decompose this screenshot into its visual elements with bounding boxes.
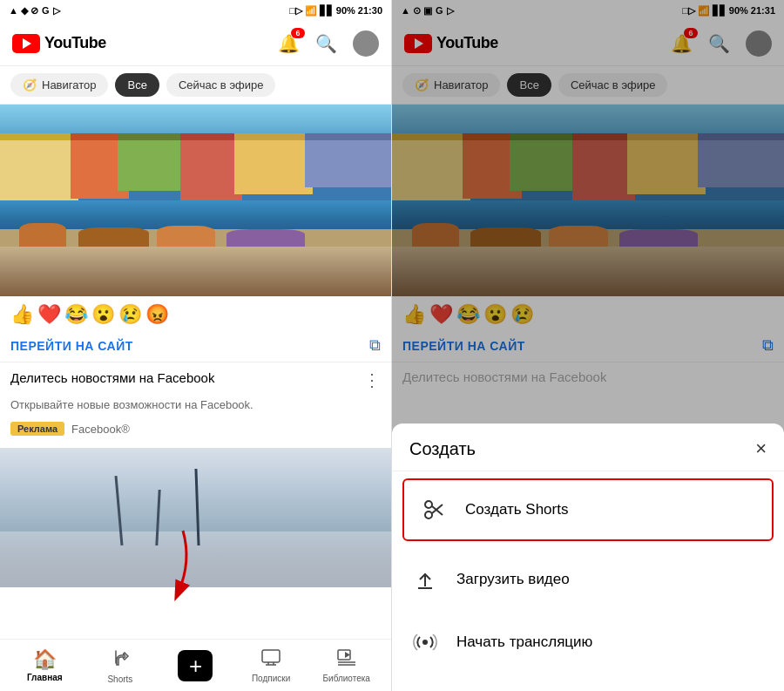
shore bbox=[0, 247, 391, 296]
reaction-sad: 😢 bbox=[118, 303, 142, 326]
video-bg bbox=[0, 448, 391, 587]
ad-info-left: Делитесь новостями на Facebook ⋮ bbox=[0, 362, 391, 397]
status-bar-left: ▲ ◆ ⊘ G ▷ □▷ 📶 ▋▋ 90% 21:30 bbox=[0, 0, 391, 21]
dialog-item-shorts[interactable]: Создать Shorts bbox=[402, 478, 774, 541]
time-left: 21:30 bbox=[358, 5, 382, 16]
svg-point-9 bbox=[425, 501, 432, 508]
reaction-wow: 😮 bbox=[91, 303, 115, 326]
ad-badges-left: Реклама Facebook® bbox=[0, 417, 391, 441]
building-3 bbox=[118, 133, 188, 191]
nav-library-label-left: Библиотека bbox=[322, 674, 369, 683]
media-icon: □▷ bbox=[289, 5, 302, 17]
ad-source-left: Facebook® bbox=[71, 423, 130, 436]
bell-wrapper-left[interactable]: 🔔 6 bbox=[278, 33, 300, 54]
upload-svg bbox=[413, 567, 437, 592]
ad-image-left bbox=[0, 105, 391, 296]
buildings-row bbox=[0, 133, 391, 210]
content-area-left: 👍 ❤️ 😂 😮 😢 😡 ПЕРЕЙТИ НА САЙТ ⧉ Делитесь … bbox=[0, 105, 391, 639]
broadcast-svg bbox=[413, 630, 437, 654]
broadcast-icon bbox=[409, 627, 441, 658]
google-icon: G bbox=[42, 5, 50, 16]
ad-title-left: Делитесь новостями на Facebook bbox=[10, 369, 356, 387]
nav-home-left[interactable]: 🏠 Главная bbox=[18, 648, 71, 682]
signal-icon: ▋▋ bbox=[320, 5, 334, 17]
video-preview-left bbox=[0, 448, 391, 587]
scissors-svg bbox=[422, 498, 446, 522]
dialog-header: Создать × bbox=[392, 423, 784, 471]
shorts-icon-left bbox=[110, 647, 131, 673]
ad-more-icon-left[interactable]: ⋮ bbox=[356, 369, 381, 390]
nav-subscriptions-label-left: Подписки bbox=[252, 674, 290, 683]
header-actions-left: 🔔 6 🔍 bbox=[278, 30, 379, 57]
external-link-icon-left: ⧉ bbox=[369, 336, 381, 355]
ad-card-left: 👍 ❤️ 😂 😮 😢 😡 ПЕРЕЙТИ НА САЙТ ⧉ Делитесь … bbox=[0, 105, 391, 441]
dialog-title: Создать bbox=[409, 439, 476, 459]
compass-icon-left: 🧭 bbox=[23, 78, 37, 91]
nav-add-left[interactable]: + bbox=[169, 650, 221, 681]
nav-library-left[interactable]: Библиотека bbox=[321, 648, 373, 683]
boat-1 bbox=[19, 223, 66, 246]
snow-ground bbox=[0, 532, 391, 587]
library-svg bbox=[336, 648, 357, 667]
svg-point-15 bbox=[422, 640, 428, 645]
nav-shorts-left[interactable]: Shorts bbox=[94, 647, 146, 684]
building-5 bbox=[234, 133, 313, 194]
dialog-shorts-label: Создать Shorts bbox=[465, 501, 568, 518]
add-icon-left[interactable]: + bbox=[178, 650, 213, 681]
reaction-angry: 😡 bbox=[145, 303, 169, 326]
dialog-upload-label: Загрузить видео bbox=[456, 571, 570, 588]
dialog-live-label: Начать трансляцию bbox=[456, 633, 592, 651]
wifi-icon: 📶 bbox=[305, 5, 317, 17]
right-panel: ▲ ⊙ ▣ G ▷ □▷ 📶 ▋▋ 90% 21:31 YouTube 🔔 6 … bbox=[392, 0, 784, 691]
avatar-left[interactable] bbox=[353, 30, 379, 57]
building-6 bbox=[305, 133, 391, 187]
subscriptions-svg bbox=[260, 648, 281, 667]
svg-marker-6 bbox=[345, 652, 350, 658]
bottom-nav-left: 🏠 Главная Shorts + Подписк bbox=[0, 639, 391, 691]
boat-2 bbox=[78, 227, 149, 247]
filter-all-left[interactable]: Все bbox=[115, 73, 159, 97]
bell-badge-left: 6 bbox=[291, 28, 305, 38]
dialog-item-live[interactable]: Начать трансляцию bbox=[392, 611, 784, 674]
upload-icon bbox=[409, 564, 441, 595]
filter-bar-left: 🧭 Навигатор Все Сейчас в эфире bbox=[0, 66, 391, 105]
dialog-sheet: Создать × Создать Shorts bbox=[392, 423, 784, 691]
reaction-like: 👍 bbox=[10, 303, 34, 326]
nav-shorts-label-left: Shorts bbox=[107, 674, 132, 684]
svg-line-11 bbox=[432, 506, 443, 515]
ad-description-left: Открывайте новые возможности на Facebook… bbox=[0, 397, 391, 417]
play-icon: ▷ bbox=[53, 5, 60, 17]
ad-cta-left[interactable]: ПЕРЕЙТИ НА САЙТ ⧉ bbox=[0, 333, 391, 362]
ad-reactions-left: 👍 ❤️ 😂 😮 😢 😡 bbox=[0, 296, 391, 333]
shorts-svg bbox=[110, 647, 131, 667]
yt-logo-left: YouTube bbox=[12, 34, 106, 53]
status-left: ▲ ◆ ⊘ G ▷ bbox=[9, 5, 60, 17]
dialog-item-upload[interactable]: Загрузить видео bbox=[392, 548, 784, 611]
boat-4 bbox=[226, 229, 305, 247]
reaction-heart: ❤️ bbox=[37, 303, 61, 326]
status-right: □▷ 📶 ▋▋ 90% 21:30 bbox=[289, 5, 382, 17]
svg-line-12 bbox=[432, 505, 443, 513]
svg-rect-1 bbox=[262, 650, 280, 662]
yt-logo-text-left: YouTube bbox=[44, 34, 106, 52]
left-panel: ▲ ◆ ⊘ G ▷ □▷ 📶 ▋▋ 90% 21:30 YouTube 🔔 6 … bbox=[0, 0, 392, 691]
library-icon-left bbox=[336, 648, 357, 672]
building-1 bbox=[0, 133, 78, 210]
boat-3 bbox=[157, 226, 215, 247]
battery-left: 90% bbox=[336, 5, 355, 16]
search-icon-left[interactable]: 🔍 bbox=[315, 33, 337, 54]
harbor-scene-left bbox=[0, 105, 391, 296]
building-4 bbox=[180, 133, 243, 202]
filter-live-left[interactable]: Сейчас в эфире bbox=[166, 73, 276, 97]
reaction-laugh: 😂 bbox=[64, 303, 88, 326]
dialog-close-button[interactable]: × bbox=[755, 437, 767, 460]
ad-cta-text-left: ПЕРЕЙТИ НА САЙТ bbox=[10, 339, 133, 353]
scissors-icon bbox=[418, 494, 449, 525]
filter-navigator-left[interactable]: 🧭 Навигатор bbox=[10, 73, 108, 97]
subscriptions-icon-left bbox=[260, 648, 281, 672]
home-icon-left: 🏠 bbox=[33, 648, 57, 671]
nav-subscriptions-left[interactable]: Подписки bbox=[245, 648, 297, 683]
yt-logo-icon-left bbox=[12, 34, 40, 53]
svg-point-10 bbox=[425, 511, 432, 518]
ad-badge-left: Реклама bbox=[10, 422, 64, 436]
